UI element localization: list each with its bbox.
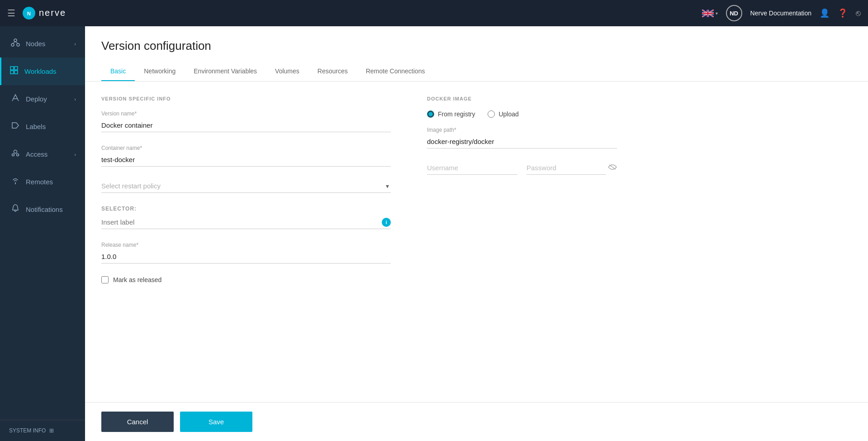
access-chevron-icon: ›: [74, 152, 76, 157]
container-name-input[interactable]: [101, 153, 391, 167]
notifications-icon: [10, 204, 20, 215]
top-navigation: ☰ N nerve ▾ ND Nerve Documentation 👤 ❓ ⎋: [0, 0, 868, 26]
insert-label-wrapper: i: [101, 216, 391, 229]
selector-label: SELECTOR:: [101, 206, 391, 212]
user-avatar[interactable]: ND: [726, 5, 742, 21]
credentials-row: [427, 161, 617, 187]
selector-info-icon[interactable]: i: [382, 218, 391, 227]
version-specific-info-section-title: VERSION SPECIFIC INFO: [101, 96, 391, 101]
tab-remote-connections[interactable]: Remote Connections: [357, 62, 434, 81]
svg-rect-11: [10, 71, 14, 74]
docker-image-section-title: DOCKER IMAGE: [427, 96, 617, 101]
svg-text:N: N: [27, 11, 31, 16]
uk-flag-icon: [702, 10, 714, 17]
sidebar: Nodes › Workloads Deploy › Labels: [0, 26, 85, 441]
password-input[interactable]: [526, 161, 606, 175]
svg-point-4: [14, 39, 17, 42]
flag-chevron-icon: ▾: [716, 11, 718, 16]
sidebar-item-labels[interactable]: Labels: [0, 113, 85, 140]
tab-environment-variables[interactable]: Environment Variables: [185, 62, 266, 81]
mark-as-released-row: Mark as released: [101, 276, 391, 283]
nerve-logo-svg: N nerve: [22, 6, 71, 20]
page-title: Version configuration: [101, 39, 852, 53]
svg-line-8: [15, 42, 18, 43]
password-group: [526, 161, 617, 175]
sidebar-item-nodes[interactable]: Nodes ›: [0, 30, 85, 58]
content-area: Version configuration Basic Networking E…: [85, 26, 868, 441]
image-path-label: Image path*: [427, 127, 617, 133]
access-label: Access: [26, 150, 47, 158]
sidebar-item-deploy[interactable]: Deploy ›: [0, 85, 85, 113]
deploy-chevron-icon: ›: [74, 96, 76, 102]
restart-policy-group: Select restart policy No restart Always …: [101, 179, 391, 193]
svg-rect-12: [14, 71, 18, 74]
hamburger-menu-icon[interactable]: ☰: [7, 8, 15, 19]
container-name-label: Container name*: [101, 145, 391, 151]
svg-point-5: [11, 43, 14, 46]
system-info-label: SYSTEM INFO: [9, 427, 46, 434]
svg-point-13: [14, 150, 17, 153]
labels-icon: [10, 121, 20, 132]
language-selector[interactable]: ▾: [702, 10, 718, 17]
form-left-column: VERSION SPECIFIC INFO Version name* Cont…: [101, 96, 391, 388]
username-input[interactable]: [427, 161, 517, 175]
remotes-icon: [10, 176, 20, 187]
svg-rect-10: [14, 67, 18, 70]
restart-policy-select[interactable]: Select restart policy No restart Always …: [101, 179, 391, 193]
sidebar-item-remotes[interactable]: Remotes: [0, 168, 85, 196]
save-button[interactable]: Save: [180, 412, 252, 432]
main-layout: Nodes › Workloads Deploy › Labels: [0, 26, 868, 441]
help-icon[interactable]: ❓: [838, 8, 848, 18]
svg-point-15: [17, 154, 19, 156]
from-registry-label: From registry: [438, 110, 475, 118]
version-name-input[interactable]: [101, 119, 391, 132]
release-name-label: Release name*: [101, 242, 391, 248]
nerve-logo: N nerve: [22, 6, 71, 20]
image-path-input[interactable]: [427, 135, 617, 149]
svg-point-16: [15, 182, 16, 183]
insert-label-input[interactable]: [101, 216, 391, 229]
from-registry-option[interactable]: From registry: [427, 110, 475, 118]
nodes-icon: [10, 38, 20, 49]
user-profile-icon[interactable]: 👤: [820, 8, 830, 18]
tab-basic[interactable]: Basic: [101, 62, 135, 81]
deploy-label: Deploy: [26, 95, 47, 103]
svg-point-6: [17, 43, 19, 46]
tab-volumes[interactable]: Volumes: [266, 62, 308, 81]
release-name-input[interactable]: [101, 250, 391, 264]
cancel-button[interactable]: Cancel: [101, 412, 174, 432]
workloads-label: Workloads: [24, 67, 57, 75]
tab-networking[interactable]: Networking: [135, 62, 185, 81]
access-icon: [10, 149, 20, 160]
remotes-label: Remotes: [26, 178, 53, 186]
upload-radio[interactable]: [488, 110, 495, 118]
tab-resources[interactable]: Resources: [308, 62, 357, 81]
username-group: [427, 161, 517, 175]
form-area: VERSION SPECIFIC INFO Version name* Cont…: [85, 81, 868, 402]
from-registry-radio[interactable]: [427, 110, 434, 118]
system-info-button[interactable]: SYSTEM INFO ⊞: [0, 420, 85, 441]
form-footer: Cancel Save: [85, 402, 868, 441]
svg-rect-9: [10, 67, 14, 70]
version-name-group: Version name*: [101, 110, 391, 132]
version-name-label: Version name*: [101, 110, 391, 117]
sidebar-item-access[interactable]: Access ›: [0, 140, 85, 168]
upload-option[interactable]: Upload: [488, 110, 518, 118]
notifications-label: Notifications: [26, 206, 63, 213]
page-header: Version configuration Basic Networking E…: [85, 26, 868, 81]
labels-label: Labels: [26, 123, 46, 130]
sidebar-item-notifications[interactable]: Notifications: [0, 196, 85, 223]
sidebar-item-workloads[interactable]: Workloads: [0, 58, 85, 85]
image-path-group: Image path*: [427, 127, 617, 149]
svg-line-7: [13, 42, 15, 43]
workloads-icon: [9, 66, 19, 77]
release-name-group: Release name*: [101, 242, 391, 264]
nerve-documentation-link[interactable]: Nerve Documentation: [750, 10, 811, 17]
password-toggle-icon[interactable]: [608, 163, 617, 173]
mark-as-released-checkbox[interactable]: [101, 276, 109, 283]
nodes-label: Nodes: [26, 40, 45, 48]
svg-text:nerve: nerve: [39, 8, 66, 18]
selector-group: SELECTOR: i: [101, 206, 391, 229]
upload-label: Upload: [498, 110, 518, 118]
logout-icon[interactable]: ⎋: [856, 9, 861, 18]
